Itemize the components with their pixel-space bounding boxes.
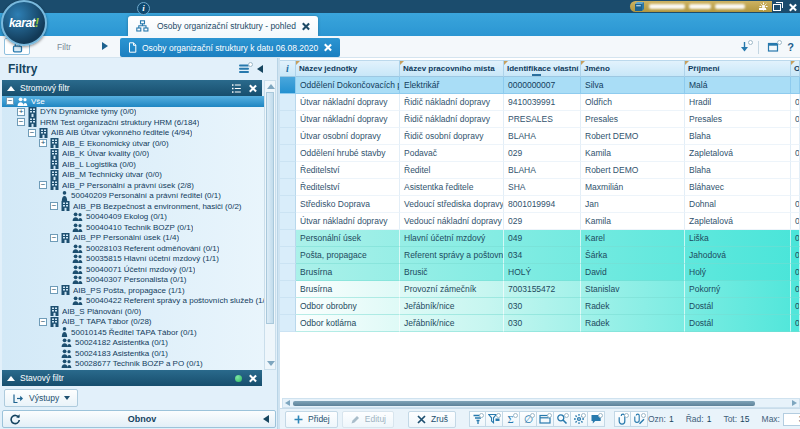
table-cell[interactable]: Řidič osobní dopravy bbox=[400, 128, 504, 145]
table-cell[interactable]: Oldřich bbox=[581, 94, 685, 111]
table-cell[interactable]: 0 bbox=[791, 247, 800, 264]
table-cell[interactable]: Ředitelství bbox=[296, 162, 400, 179]
tree-item[interactable]: −Vše bbox=[2, 96, 264, 107]
table-cell[interactable] bbox=[791, 162, 800, 179]
paperclip-sign-icon-button[interactable] bbox=[631, 411, 648, 427]
table-cell[interactable]: Blaha bbox=[685, 162, 791, 179]
tree-item[interactable]: AIB_M Technický útvar (0/0) bbox=[2, 170, 264, 181]
table-row[interactable]: Oddělení hrubé stavbyPodavač029KamilaZap… bbox=[280, 145, 800, 162]
row-info-cell[interactable] bbox=[280, 298, 296, 315]
paperclip-icon-button[interactable] bbox=[614, 411, 631, 427]
table-cell[interactable]: Kamila bbox=[581, 145, 685, 162]
table-cell[interactable]: Dohnal bbox=[685, 196, 791, 213]
table-cell[interactable]: 0 bbox=[791, 111, 800, 128]
table-cell[interactable]: Oddělení Dokončovacích prací bbox=[296, 77, 400, 94]
column-header[interactable]: Identifikace vlastní osoby bbox=[504, 60, 581, 77]
table-cell[interactable]: Útvar nákladní dopravy bbox=[296, 213, 400, 230]
table-row[interactable]: Útvar nákladní dopravyŘidič nákladní dop… bbox=[280, 94, 800, 111]
table-row[interactable]: ŘeditelstvíAsistentka řediteleSHAMaxmili… bbox=[280, 179, 800, 196]
tree-item[interactable]: 50040409 Ekolog (0/1) bbox=[2, 212, 264, 223]
tree-expander-icon[interactable]: − bbox=[50, 234, 58, 242]
row-info-cell[interactable] bbox=[280, 111, 296, 128]
row-info-cell[interactable] bbox=[280, 281, 296, 298]
filter-flag-icon-button[interactable] bbox=[486, 411, 503, 427]
layers-icon[interactable] bbox=[238, 63, 250, 74]
table-cell[interactable]: Kamila bbox=[581, 213, 685, 230]
find-icon-button[interactable] bbox=[554, 411, 571, 427]
table-cell[interactable]: 0000000007 bbox=[504, 77, 581, 94]
scrollbar-thumb[interactable] bbox=[266, 92, 274, 324]
tree-options-icon[interactable] bbox=[231, 83, 242, 94]
table-cell[interactable]: HOLÝ bbox=[504, 264, 581, 281]
tree-expander-icon[interactable]: − bbox=[50, 286, 58, 294]
table-cell[interactable]: Malá bbox=[685, 77, 791, 94]
tree-item[interactable]: 50024183 Asistentka (0/1) bbox=[2, 348, 264, 359]
tree-item[interactable]: 50040071 Účetní mzdový (0/1) bbox=[2, 264, 264, 275]
table-cell[interactable]: Hlavní účetní mzdový bbox=[400, 230, 504, 247]
outputs-button[interactable]: Výstupy bbox=[4, 389, 78, 407]
close-window-icon[interactable] bbox=[788, 3, 796, 11]
table-cell[interactable]: Presales bbox=[581, 111, 685, 128]
refresh-button[interactable]: Obnov bbox=[2, 410, 276, 428]
column-header[interactable]: Název jednotky bbox=[296, 60, 400, 77]
collapse-left-icon[interactable] bbox=[263, 415, 269, 423]
tree-item[interactable]: 50040422 Referent správy a poštovních sl… bbox=[2, 296, 264, 307]
row-info-cell[interactable] bbox=[280, 128, 296, 145]
tree-item[interactable]: 50010145 Ředitel TAPA Tábor (0/1) bbox=[2, 327, 264, 338]
table-cell[interactable]: Odbor obrobny bbox=[296, 298, 400, 315]
table-cell[interactable]: 0 bbox=[791, 264, 800, 281]
close-tab-icon[interactable] bbox=[301, 22, 310, 31]
report-window-icon[interactable] bbox=[767, 41, 779, 53]
scroll-right-icon[interactable] bbox=[792, 400, 797, 406]
tree-expander-icon[interactable]: − bbox=[39, 318, 47, 326]
minimize-icon[interactable] bbox=[759, 8, 766, 10]
column-header[interactable]: O bbox=[791, 60, 800, 77]
table-cell[interactable]: Ředitel bbox=[400, 162, 504, 179]
row-info-cell[interactable] bbox=[280, 196, 296, 213]
tree-filter-header[interactable]: Stromový filtr bbox=[2, 80, 262, 96]
table-cell[interactable]: Šárka bbox=[581, 247, 685, 264]
table-cell[interactable]: 034 bbox=[504, 247, 581, 264]
přidej-button[interactable]: Přidej bbox=[285, 411, 338, 428]
user-session-badge[interactable] bbox=[630, 1, 772, 12]
table-cell[interactable] bbox=[791, 128, 800, 145]
table-cell[interactable]: Elektrikář bbox=[400, 77, 504, 94]
table-cell[interactable]: Presales bbox=[685, 111, 791, 128]
table-cell[interactable]: Pošta, propagace bbox=[296, 247, 400, 264]
tree-item[interactable]: −AIB_PB Bezpečnost a environment, hasiči… bbox=[2, 201, 264, 212]
table-cell[interactable]: Jan bbox=[581, 196, 685, 213]
tree-item[interactable]: 50024182 Asistentka (0/1) bbox=[2, 338, 264, 349]
scrollbar-thumb[interactable] bbox=[293, 401, 755, 406]
tree-item[interactable]: AIB_L Logistika (0/0) bbox=[2, 159, 264, 170]
table-cell[interactable]: 049 bbox=[504, 230, 581, 247]
table-cell[interactable]: Jeřábník/nice bbox=[400, 298, 504, 315]
table-cell[interactable]: 8001019994 bbox=[504, 196, 581, 213]
table-cell[interactable]: Robert DEMO bbox=[581, 128, 685, 145]
collapse-section-icon[interactable] bbox=[7, 376, 15, 381]
filter-rows-icon-button[interactable] bbox=[469, 411, 486, 427]
table-row[interactable]: Útvar osobní dopravyŘidič osobní dopravy… bbox=[280, 128, 800, 145]
table-cell[interactable]: 030 bbox=[504, 315, 581, 332]
scroll-up-icon[interactable] bbox=[267, 84, 275, 89]
table-row[interactable]: Útvar nákladní dopravyVedoucí nákladní d… bbox=[280, 213, 800, 230]
tab-osoby-k-datu[interactable]: Osoby organizační struktury k datu 06.08… bbox=[120, 38, 340, 57]
table-cell[interactable]: 0 bbox=[791, 145, 800, 162]
table-row[interactable]: Útvar nákladní dopravyŘidič nákladní dop… bbox=[280, 111, 800, 128]
info-icon[interactable] bbox=[137, 2, 150, 15]
table-cell[interactable]: Středisko Doprava bbox=[296, 196, 400, 213]
row-info-cell[interactable] bbox=[280, 230, 296, 247]
collapse-panel-icon[interactable] bbox=[257, 65, 263, 73]
sidebar-scrollbar[interactable] bbox=[264, 80, 276, 370]
tree-item[interactable]: 50040209 Personální a právní ředitel (0/… bbox=[2, 191, 264, 202]
table-cell[interactable]: Silva bbox=[581, 77, 685, 94]
tree-expander-icon[interactable]: − bbox=[50, 202, 58, 210]
table-cell[interactable]: PRESALES bbox=[504, 111, 581, 128]
table-cell[interactable]: David bbox=[581, 264, 685, 281]
row-info-cell[interactable] bbox=[280, 264, 296, 281]
table-cell[interactable]: Hradil bbox=[685, 94, 791, 111]
tree-item[interactable]: −AIB_T TAPA Tábor (0/28) bbox=[2, 317, 264, 328]
close-tab-icon[interactable] bbox=[323, 43, 332, 52]
table-cell[interactable]: Útvar osobní dopravy bbox=[296, 128, 400, 145]
table-cell[interactable]: 0 bbox=[791, 94, 800, 111]
row-info-cell[interactable] bbox=[280, 213, 296, 230]
